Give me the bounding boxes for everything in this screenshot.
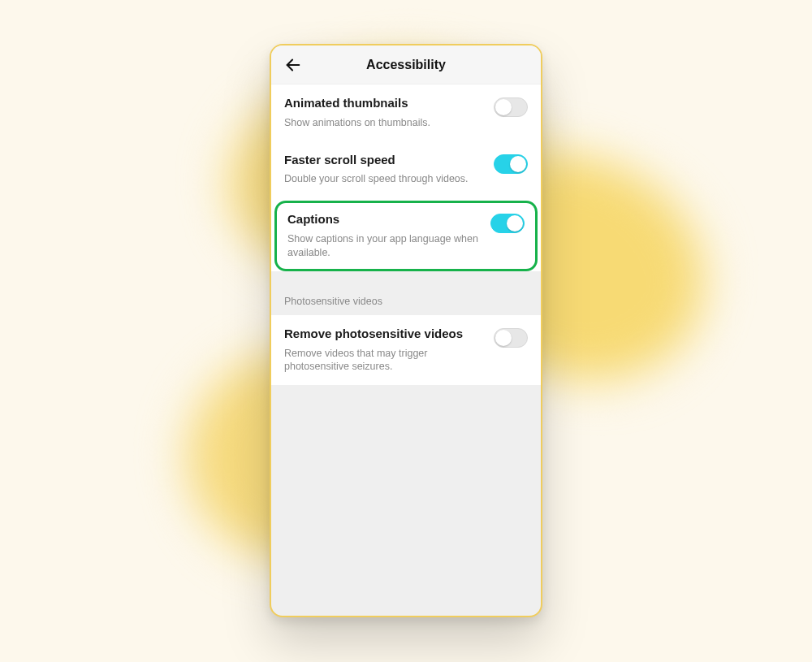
section-title-photosensitive: Photosensitive videos (271, 281, 541, 315)
faster-scroll-label: Faster scroll speed (284, 153, 484, 168)
row-text: Remove photosensitive videos Remove vide… (284, 327, 484, 374)
captions-toggle[interactable] (490, 214, 525, 233)
page-title: Accessibility (366, 58, 446, 72)
phone-frame: Accessibility Animated thumbnails Show a… (270, 44, 542, 617)
row-text: Faster scroll speed Double your scroll s… (284, 153, 484, 187)
back-button[interactable] (278, 45, 309, 84)
arrow-left-icon (284, 56, 302, 74)
settings-header: Accessibility (271, 45, 541, 84)
captions-label: Captions (287, 212, 481, 227)
animated-thumbnails-label: Animated thumbnails (284, 96, 484, 111)
row-remove-photosensitive: Remove photosensitive videos Remove vide… (271, 315, 541, 386)
faster-scroll-toggle[interactable] (494, 154, 528, 174)
remove-photosensitive-label: Remove photosensitive videos (284, 327, 484, 342)
animated-thumbnails-desc: Show animations on thumbnails. (284, 116, 484, 130)
row-text: Captions Show captions in your app langu… (287, 212, 481, 260)
remove-photosensitive-toggle[interactable] (494, 328, 528, 348)
animated-thumbnails-toggle[interactable] (494, 97, 528, 117)
row-faster-scroll: Faster scroll speed Double your scroll s… (271, 141, 541, 198)
faster-scroll-desc: Double your scroll speed through videos. (284, 172, 484, 186)
settings-group-general: Animated thumbnails Show animations on t… (271, 84, 541, 271)
row-captions: Captions Show captions in your app langu… (274, 201, 538, 271)
group-spacer (271, 275, 541, 281)
settings-group-photosensitive: Remove photosensitive videos Remove vide… (271, 315, 541, 386)
row-animated-thumbnails: Animated thumbnails Show animations on t… (271, 84, 541, 141)
captions-desc: Show captions in your app language when … (287, 232, 481, 260)
row-text: Animated thumbnails Show animations on t… (284, 96, 484, 130)
remove-photosensitive-desc: Remove videos that may trigger photosens… (284, 347, 484, 374)
